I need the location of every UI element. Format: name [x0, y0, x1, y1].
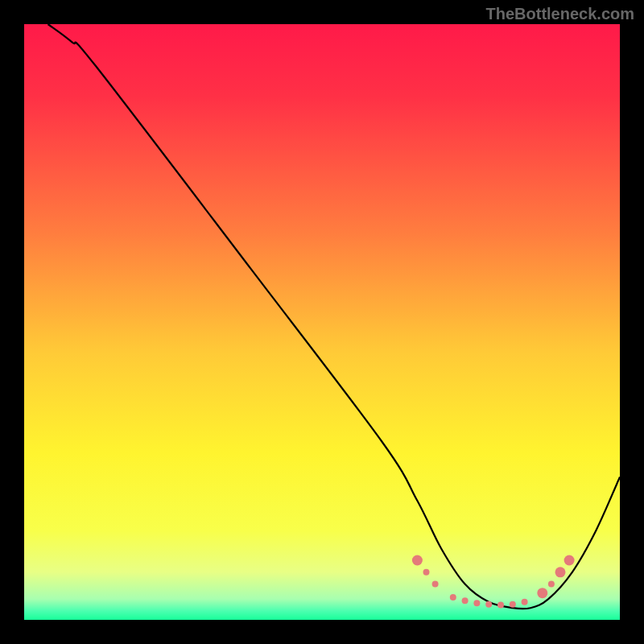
marker-dot [423, 569, 430, 576]
plot-area [24, 24, 620, 620]
chart-frame: TheBottleneck.com [0, 0, 644, 644]
marker-dot [412, 555, 423, 566]
marker-dot [432, 581, 439, 588]
marker-dot [522, 599, 528, 605]
marker-dot [497, 602, 504, 609]
marker-dot [564, 555, 575, 566]
marker-dot [462, 597, 469, 604]
gradient-background [24, 24, 620, 620]
marker-dot [450, 594, 456, 601]
marker-dot [537, 588, 547, 598]
marker-dot [548, 581, 555, 588]
marker-dot [510, 601, 516, 608]
chart-svg [24, 24, 620, 620]
watermark-text: TheBottleneck.com [486, 5, 634, 23]
marker-dot [473, 600, 480, 606]
marker-dot [485, 601, 492, 608]
marker-dot [555, 567, 566, 577]
